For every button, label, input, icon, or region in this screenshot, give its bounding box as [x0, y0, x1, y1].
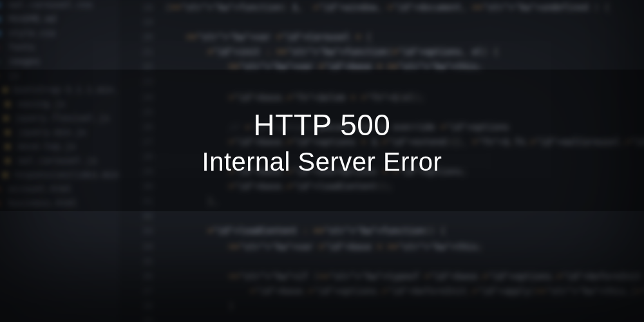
error-subheading: Internal Server Error	[202, 147, 442, 176]
error-message-overlay: HTTP 500 Internal Server Error	[0, 0, 644, 322]
error-code-heading: HTTP 500	[254, 108, 391, 142]
